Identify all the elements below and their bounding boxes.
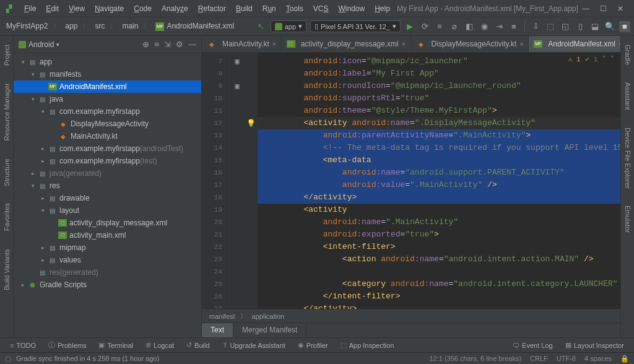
menu-help[interactable]: Help	[370, 2, 394, 15]
project-tree[interactable]: ▾▤app ▾▤manifests MFAndroidManifest.xml …	[14, 53, 201, 337]
left-tab-project[interactable]: Project	[2, 42, 12, 68]
tool-event-log[interactable]: 🗨Event Log	[508, 340, 558, 351]
right-tab-gradle[interactable]: Gradle	[623, 42, 633, 67]
crumb-main[interactable]: main	[119, 20, 141, 32]
android-icon	[275, 23, 282, 30]
menu-build[interactable]: Build	[232, 2, 257, 15]
vcs-commit-icon[interactable]: ⬚	[545, 21, 556, 32]
menu-navigate[interactable]: Navigate	[90, 2, 128, 15]
tool-layout-inspector[interactable]: ▦Layout Inspector	[560, 339, 629, 351]
tab-display-message-activity[interactable]: ◆DisplayMessageActivity.kt×	[411, 36, 529, 52]
gutter-icons: ▣ ▣	[230, 53, 244, 309]
make-project-icon[interactable]: ↖	[256, 21, 267, 32]
run-button[interactable]: ▶	[404, 21, 415, 32]
close-icon[interactable]: ×	[402, 41, 406, 48]
tool-build[interactable]: ↺Build	[181, 339, 214, 351]
settings-gear-icon[interactable]: ⚙	[176, 40, 183, 49]
image-icon[interactable]: ▣	[235, 57, 239, 66]
close-icon[interactable]: ×	[272, 41, 276, 48]
avd-manager-icon[interactable]: ▯	[575, 21, 586, 32]
search-everywhere-icon[interactable]: 🔍	[604, 21, 615, 32]
left-tab-favorites[interactable]: Favorites	[2, 201, 12, 233]
nav-toolbar: MyFirstApp2 〉 app 〉 src 〉 main 〉 MFAndro…	[0, 17, 634, 36]
tool-terminal[interactable]: ▣Terminal	[93, 339, 138, 351]
stop-icon[interactable]: ■	[508, 21, 519, 32]
account-icon[interactable]: ■	[619, 21, 630, 32]
crumb-file[interactable]: MFAndroidManifest.xml	[153, 20, 237, 32]
tool-logcat[interactable]: ≣Logcat	[141, 339, 179, 351]
attach-debugger-icon[interactable]: ⇥	[493, 21, 505, 32]
crumb-project[interactable]: MyFirstApp2	[4, 20, 50, 32]
inspection-summary[interactable]: ⚠ 1 ✔ 1 ˄ ˅	[568, 55, 614, 63]
editor: ◆MainActivity.kt× ⬚activity_display_mess…	[202, 36, 620, 337]
phone-icon: ▯	[315, 22, 318, 30]
device-select[interactable]: ▯ Pixel 5 API 31 Ver. 12_▾	[310, 20, 401, 32]
menu-tools[interactable]: Tools	[282, 2, 308, 15]
main-menu: File Edit View Navigate Code Analyze Ref…	[20, 2, 394, 15]
select-opened-file-icon[interactable]: ⊕	[142, 40, 149, 49]
editor-tabs: ◆MainActivity.kt× ⬚activity_display_mess…	[202, 36, 620, 53]
status-caret[interactable]: 12:1 (356 chars, 6 line breaks)	[429, 355, 521, 363]
expand-all-icon[interactable]: ⇲	[164, 40, 171, 49]
intention-bulb-icon[interactable]: 💡	[246, 119, 256, 128]
project-tool-window: Android ▾ ⊕ ≡ ⇲ ⚙ — ▾▤app ▾▤manifests MF…	[14, 36, 202, 337]
status-lock-icon[interactable]: 🔒	[620, 355, 629, 363]
menu-vcs[interactable]: VCS	[309, 2, 333, 15]
apply-code-changes-icon[interactable]: ≡	[434, 21, 445, 32]
view-tab-text[interactable]: Text	[202, 323, 233, 337]
tool-profiler[interactable]: ◉Profiler	[293, 339, 333, 351]
right-tab-device-file-explorer[interactable]: Device File Explorer	[623, 125, 633, 191]
sdk-manager-icon[interactable]: ⬓	[589, 21, 601, 32]
title-bar: ▞ File Edit View Navigate Code Analyze R…	[0, 0, 634, 17]
status-message: Gradle sync finished in 4 s 258 ms (1 ho…	[16, 355, 159, 362]
tool-upgrade-assistant[interactable]: ⇪Upgrade Assistant	[217, 339, 290, 351]
minimize-button[interactable]: —	[581, 4, 591, 13]
profile-icon[interactable]: ◉	[479, 21, 490, 32]
menu-window[interactable]: Window	[334, 2, 369, 15]
image-icon[interactable]: ▣	[235, 82, 239, 91]
menu-refactor[interactable]: Refactor	[194, 2, 230, 15]
debug-icon[interactable]: ⌀	[449, 21, 460, 32]
tab-activity-display-message[interactable]: ⬚activity_display_message.xml×	[282, 36, 411, 52]
code-editor[interactable]: 789101112131415161718192021222324252627 …	[202, 53, 620, 309]
bottom-tool-strip: ≡TODO ⓘProblems ▣Terminal ≣Logcat ↺Build…	[0, 337, 634, 352]
menu-file[interactable]: File	[20, 2, 40, 15]
right-tab-assistant[interactable]: Assistant	[623, 80, 633, 113]
coverage-icon[interactable]: ◧	[464, 21, 475, 32]
menu-code[interactable]: Code	[129, 2, 156, 15]
run-configuration-select[interactable]: app▾	[271, 20, 306, 32]
crumb-src[interactable]: src	[92, 20, 107, 32]
status-hide-icon[interactable]: ▢	[5, 355, 11, 363]
project-view-select[interactable]: Android ▾	[19, 40, 142, 49]
menu-view[interactable]: View	[64, 2, 89, 15]
left-tab-structure[interactable]: Structure	[2, 156, 12, 189]
left-tool-strip: Project Resource Manager Structure Favor…	[0, 36, 14, 337]
close-button[interactable]: ✕	[615, 4, 625, 13]
hide-panel-icon[interactable]: —	[188, 40, 196, 49]
menu-analyze[interactable]: Analyze	[157, 2, 193, 15]
tool-todo[interactable]: ≡TODO	[5, 340, 41, 351]
status-encoding[interactable]: UTF-8	[557, 355, 576, 363]
status-bar: ▢ Gradle sync finished in 4 s 258 ms (1 …	[0, 352, 634, 364]
collapse-all-icon[interactable]: ≡	[154, 40, 159, 49]
left-tab-resource-manager[interactable]: Resource Manager	[2, 80, 12, 144]
menu-edit[interactable]: Edit	[41, 2, 63, 15]
tab-main-activity[interactable]: ◆MainActivity.kt×	[202, 36, 282, 52]
status-line-sep[interactable]: CRLF	[530, 355, 548, 363]
left-tab-build-variants[interactable]: Build Variants	[2, 246, 12, 293]
tree-file-manifest[interactable]: MFAndroidManifest.xml	[14, 80, 201, 93]
status-indent[interactable]: 4 spaces	[584, 355, 612, 363]
menu-run[interactable]: Run	[258, 2, 280, 15]
tab-android-manifest[interactable]: MFAndroidManifest.xml×	[529, 36, 628, 52]
vcs-update-icon[interactable]: ⇩	[530, 21, 541, 32]
apply-changes-icon[interactable]: ⟳	[419, 21, 430, 32]
maximize-button[interactable]: ☐	[598, 4, 608, 13]
code-breadcrumb[interactable]: manifest〉application	[202, 309, 620, 323]
vcs-push-icon[interactable]: ◱	[560, 21, 571, 32]
close-icon[interactable]: ×	[519, 41, 523, 48]
tool-app-inspection[interactable]: ⬚App Inspection	[336, 339, 399, 351]
crumb-app[interactable]: app	[63, 20, 80, 32]
view-tab-merged-manifest[interactable]: Merged Manifest	[233, 323, 306, 337]
tool-problems[interactable]: ⓘProblems	[43, 339, 91, 352]
right-tab-emulator[interactable]: Emulator	[623, 203, 633, 235]
